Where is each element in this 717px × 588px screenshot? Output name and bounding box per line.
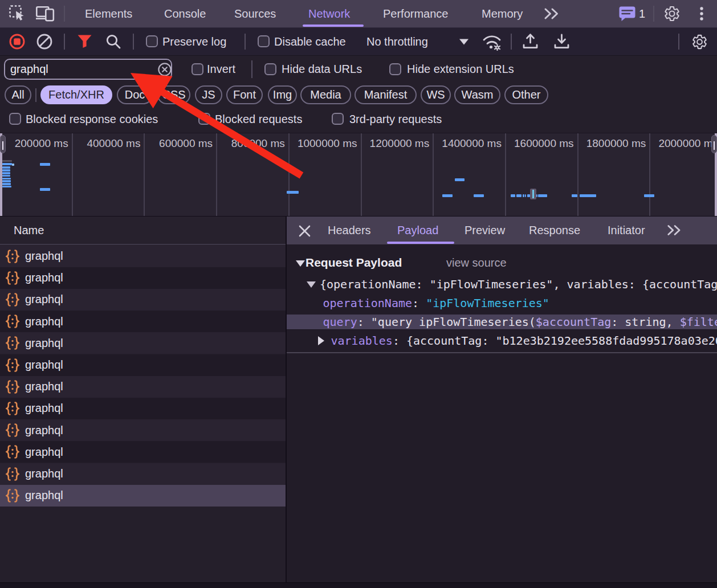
request-row[interactable]: graphql: [0, 246, 286, 267]
payload-row[interactable]: variables: {accountTag: "b12e3b2192ee558…: [287, 333, 717, 348]
chip-css[interactable]: CSS: [157, 85, 190, 104]
request-name: graphql: [25, 271, 63, 284]
overview-grip-left[interactable]: [0, 135, 6, 153]
clear-filter-icon[interactable]: [158, 63, 172, 76]
more-detail-tabs-icon[interactable]: [666, 224, 685, 236]
label-blocked-requests[interactable]: Blocked requests: [215, 105, 302, 133]
filter-separator: [251, 60, 252, 78]
chip-other[interactable]: Other: [504, 85, 548, 104]
request-row[interactable]: graphql: [0, 419, 286, 441]
payload-row[interactable]: query: "query ipFlowTimeseries($accountT…: [287, 315, 717, 329]
filter-funnel-icon[interactable]: [78, 35, 92, 48]
overview-request-bar: [40, 163, 50, 166]
invert-label[interactable]: Invert: [207, 55, 235, 83]
clear-icon[interactable]: [36, 34, 52, 50]
tab-network[interactable]: Network: [308, 0, 350, 27]
filter-input-value: graphql: [10, 59, 48, 79]
overview-grip-line: [714, 141, 715, 150]
hide-data-urls-label[interactable]: Hide data URLs: [282, 55, 362, 83]
disable-cache-label[interactable]: Disable cache: [274, 28, 346, 55]
overview-tick-label: 200000 ms: [0, 137, 68, 150]
payload-row[interactable]: {operationName: "ipFlowTimeseries", vari…: [287, 277, 717, 292]
chip-ws[interactable]: WS: [421, 85, 451, 104]
tab-performance[interactable]: Performance: [383, 0, 449, 27]
kebab-menu-icon[interactable]: [698, 6, 705, 22]
throttling-select[interactable]: No throttling: [366, 28, 428, 55]
messages-icon[interactable]: [619, 6, 635, 22]
detail-tab-response[interactable]: Response: [529, 217, 580, 244]
tab-sources[interactable]: Sources: [234, 0, 276, 27]
request-row[interactable]: graphql: [0, 267, 286, 289]
checkbox-blocked-requests[interactable]: [198, 113, 210, 125]
payload-row[interactable]: operationName: "ipFlowTimeseries": [287, 296, 717, 311]
section-collapse-icon[interactable]: [296, 260, 305, 267]
tab-elements[interactable]: Elements: [85, 0, 132, 27]
request-row[interactable]: graphql: [0, 311, 286, 332]
device-toolbar-icon[interactable]: [36, 6, 55, 22]
overview-request-bar: [455, 178, 465, 181]
chip-all[interactable]: All: [5, 85, 31, 104]
request-row[interactable]: graphql: [0, 354, 286, 376]
settings-gear-icon[interactable]: [663, 5, 681, 22]
overview-request-bar: [536, 194, 537, 197]
chip-wasm[interactable]: Wasm: [454, 85, 500, 104]
label-blocked-response-cookies[interactable]: Blocked response cookies: [26, 105, 158, 133]
hide-data-urls-checkbox[interactable]: [264, 63, 276, 75]
preserve-log-checkbox[interactable]: [146, 35, 158, 47]
network-overview-timeline[interactable]: 200000 ms400000 ms600000 ms800000 ms1000…: [0, 133, 717, 217]
hide-extension-urls-checkbox[interactable]: [389, 63, 401, 75]
disable-cache-checkbox[interactable]: [258, 35, 270, 47]
request-row[interactable]: graphql: [0, 332, 286, 354]
overview-request-bar: [2, 172, 10, 174]
overview-grip-right[interactable]: [711, 135, 717, 153]
preserve-log-label[interactable]: Preserve log: [162, 28, 226, 55]
search-icon[interactable]: [106, 34, 121, 49]
detail-tab-payload[interactable]: Payload: [397, 217, 438, 244]
view-source-link[interactable]: view source: [446, 256, 507, 270]
request-row[interactable]: graphql: [0, 289, 286, 311]
more-panels-icon[interactable]: [543, 7, 563, 20]
chip-js[interactable]: JS: [195, 85, 222, 104]
inspect-icon[interactable]: [9, 5, 25, 21]
name-column-header[interactable]: Name: [0, 217, 286, 245]
payload-segment-key: variables: [331, 334, 393, 348]
tab-memory[interactable]: Memory: [482, 0, 523, 27]
record-stop-icon[interactable]: [9, 34, 25, 50]
detail-tab-initiator[interactable]: Initiator: [608, 217, 645, 244]
payload-segment-var: $accountTag: [536, 315, 611, 329]
request-row[interactable]: graphql: [0, 441, 286, 463]
overview-request-bar: [516, 194, 522, 197]
chip-media[interactable]: Media: [300, 85, 351, 104]
chip-manifest[interactable]: Manifest: [355, 85, 417, 104]
expanded-triangle-icon[interactable]: [307, 281, 316, 288]
detail-tab-headers[interactable]: Headers: [328, 217, 371, 244]
import-har-icon[interactable]: [523, 34, 538, 50]
active-tab-underline: [303, 24, 364, 27]
checkbox-3rd-party-requests[interactable]: [332, 113, 344, 125]
invert-checkbox[interactable]: [192, 63, 203, 75]
request-row[interactable]: graphql: [0, 376, 286, 398]
label-3rd-party-requests[interactable]: 3rd-party requests: [349, 105, 442, 133]
chip-doc[interactable]: Doc: [117, 85, 153, 104]
chip-font[interactable]: Font: [226, 85, 263, 104]
hide-extension-urls-label[interactable]: Hide extension URLs: [407, 55, 514, 83]
close-x-icon[interactable]: [299, 225, 311, 237]
throttling-dropdown-caret-icon[interactable]: [459, 38, 469, 46]
network-settings-gear-icon[interactable]: [691, 34, 708, 50]
network-conditions-icon[interactable]: [482, 33, 502, 51]
detail-tab-preview[interactable]: Preview: [465, 217, 505, 244]
request-name: graphql: [25, 489, 63, 502]
chip-img[interactable]: Img: [268, 85, 297, 104]
request-payload-section[interactable]: Request Payload view source: [287, 256, 717, 272]
request-row[interactable]: graphql: [0, 398, 286, 419]
checkbox-blocked-response-cookies[interactable]: [9, 113, 21, 125]
request-name: graphql: [25, 446, 63, 459]
tab-console[interactable]: Console: [164, 0, 206, 27]
request-name: graphql: [25, 424, 63, 437]
payload-segment-plain: : {accountTag: "b12e3b2192ee5588fdad9951…: [393, 334, 717, 348]
request-row[interactable]: graphql: [0, 485, 286, 507]
collapsed-triangle-icon[interactable]: [318, 336, 324, 345]
request-row[interactable]: graphql: [0, 463, 286, 485]
export-har-icon[interactable]: [554, 34, 569, 50]
chip-fetch-xhr[interactable]: Fetch/XHR: [40, 85, 112, 104]
